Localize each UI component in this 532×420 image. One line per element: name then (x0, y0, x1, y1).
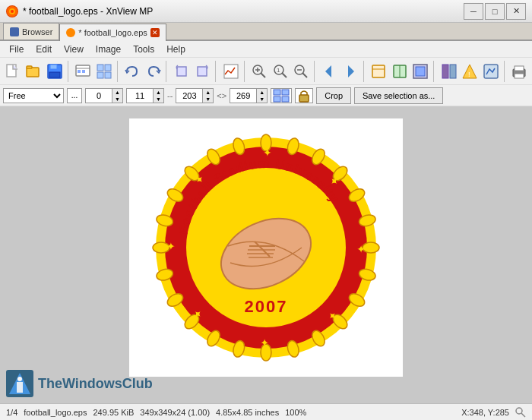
tool2-button[interactable] (390, 61, 410, 82)
svg-rect-47 (282, 90, 289, 95)
lock-ratio-button[interactable] (295, 88, 313, 103)
svg-rect-4 (27, 68, 39, 77)
svg-line-100 (521, 413, 525, 417)
w-spin[interactable]: ▲ ▼ (203, 88, 214, 103)
tab-file[interactable]: * football_logo.eps ✕ (59, 24, 166, 41)
svg-rect-49 (282, 96, 289, 102)
status-physical: 4.85x4.85 inches (216, 408, 279, 417)
menu-image[interactable]: Image (90, 43, 127, 56)
grid-toggle-button[interactable] (271, 88, 292, 103)
toolbar-sep-5 (244, 61, 247, 82)
rotate-left-button[interactable] (172, 61, 192, 82)
save-selection-button[interactable]: Save selection as... (354, 87, 443, 104)
svg-rect-5 (27, 66, 32, 68)
browser-tab-icon (10, 27, 19, 36)
svg-rect-16 (105, 72, 111, 78)
svg-marker-30 (325, 65, 331, 77)
tab-close-button[interactable]: ✕ (150, 28, 160, 37)
crop-options-button[interactable]: ... (67, 88, 82, 103)
separator1-label: -- (167, 91, 173, 100)
menu-view[interactable]: View (58, 43, 90, 56)
menu-help[interactable]: Help (160, 43, 192, 56)
menu-tools[interactable]: Tools (127, 43, 160, 56)
w-input-group: ▲ ▼ (176, 88, 214, 103)
svg-rect-48 (274, 96, 280, 102)
title-bar-text: * football_logo.eps - XnView MP (23, 6, 153, 17)
rotate-right-button[interactable] (193, 61, 213, 82)
toolbar-sep-1 (68, 61, 71, 82)
tab-browser-label: Browser (22, 27, 52, 36)
x-spin[interactable]: ▲ ▼ (112, 88, 123, 103)
svg-rect-37 (416, 67, 425, 76)
next-button[interactable] (340, 61, 360, 82)
status-zoom: 100% (285, 408, 306, 417)
zoom-in-button[interactable] (249, 61, 269, 82)
maximize-button[interactable]: □ (485, 3, 505, 20)
x-input[interactable] (85, 88, 112, 103)
svg-rect-32 (372, 65, 385, 77)
svg-rect-44 (515, 66, 524, 71)
logo-image: ✦ ✦ ✦ ✦ ✦ ✦ ✦ ✦ Football Stadium Univers… (152, 134, 380, 362)
fullscreen-button[interactable] (411, 61, 431, 82)
selection-type-select[interactable]: Free Fixed ratio Fixed size (3, 88, 64, 103)
browse-button[interactable] (73, 61, 93, 82)
svg-point-99 (516, 408, 522, 414)
prev-button[interactable] (320, 61, 340, 82)
svg-line-26 (282, 73, 287, 77)
svg-text:2007: 2007 (245, 297, 288, 316)
svg-rect-97 (17, 382, 23, 393)
menu-bar: File Edit View Image Tools Help (0, 41, 532, 58)
crop-bar: Free Fixed ratio Fixed size ... ▲ ▼ ▲ ▼ … (0, 85, 532, 106)
status-coords: X:348, Y:285 (461, 408, 509, 417)
toolbar-sep-8 (433, 61, 436, 82)
status-bar: 1/4 football_logo.eps 249.95 KiB 349x349… (0, 403, 532, 420)
minimize-button[interactable]: ─ (464, 3, 483, 20)
svg-line-23 (261, 73, 265, 77)
menu-file[interactable]: File (3, 43, 30, 56)
adjust2-button[interactable]: ! (460, 61, 480, 82)
grid-button[interactable] (94, 61, 114, 82)
y-input[interactable] (126, 88, 154, 103)
svg-text:!: ! (468, 71, 470, 78)
watermark: TheWindowsClub (6, 370, 153, 397)
tool1-button[interactable] (369, 61, 388, 82)
canvas-area: ✦ ✦ ✦ ✦ ✦ ✦ ✦ ✦ Football Stadium Univers… (0, 106, 532, 403)
svg-rect-13 (97, 65, 103, 71)
adjust1-button[interactable] (439, 61, 459, 82)
tab-file-label: * football_logo.eps (78, 28, 147, 37)
status-filesize: 249.95 KiB (93, 408, 134, 417)
crop-button[interactable]: Crop (316, 87, 351, 104)
separator2-label: <> (217, 91, 226, 100)
zoom-fit-button[interactable]: 1 (271, 61, 290, 82)
open-button[interactable] (24, 61, 44, 82)
menu-edit[interactable]: Edit (30, 43, 58, 56)
svg-point-98 (17, 377, 22, 381)
title-bar-controls: ─ □ ✕ (464, 3, 526, 20)
h-spin[interactable]: ▲ ▼ (257, 88, 268, 103)
save-button[interactable] (45, 61, 65, 82)
svg-rect-17 (177, 67, 186, 76)
new-button[interactable] (3, 61, 23, 82)
svg-rect-12 (82, 70, 85, 73)
chart-button[interactable] (221, 61, 241, 82)
svg-text:✦: ✦ (165, 242, 177, 251)
status-page: 1/4 (6, 408, 17, 417)
h-input[interactable] (230, 88, 257, 103)
undo-button[interactable] (122, 61, 142, 82)
adjust3-button[interactable] (481, 61, 501, 82)
tab-browser[interactable]: Browser (3, 23, 59, 39)
y-input-group: ▲ ▼ (126, 88, 164, 103)
title-bar-left: * football_logo.eps - XnView MP (6, 5, 153, 17)
print-button[interactable] (509, 61, 529, 82)
toolbar-sep-9 (504, 61, 507, 82)
svg-text:1: 1 (277, 67, 280, 74)
file-tab-icon (66, 28, 75, 37)
svg-point-2 (11, 10, 14, 13)
zoom-out-button[interactable] (291, 61, 311, 82)
svg-marker-31 (348, 65, 354, 77)
svg-text:✦: ✦ (260, 336, 269, 349)
redo-button[interactable] (144, 61, 163, 82)
w-input[interactable] (176, 88, 203, 103)
y-spin[interactable]: ▲ ▼ (154, 88, 164, 103)
close-button[interactable]: ✕ (506, 3, 526, 20)
